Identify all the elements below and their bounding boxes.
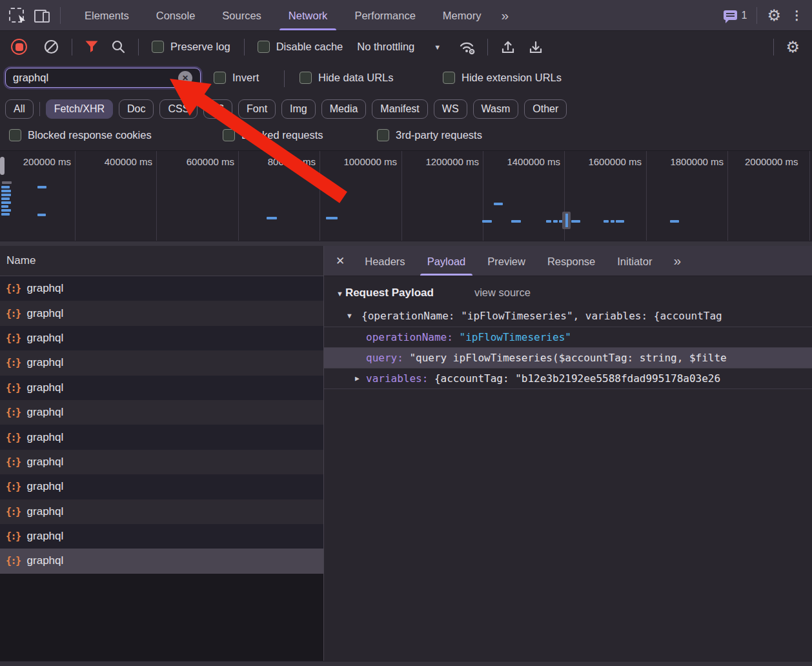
table-row[interactable]: {:}graphql [0,376,323,400]
chip-js[interactable]: JS [203,99,232,119]
chip-ws[interactable]: WS [434,99,467,119]
view-source-link[interactable]: view source [474,287,531,299]
search-icon[interactable] [111,39,126,54]
timeline-tick: 1200000 ms [401,156,479,167]
table-row-selected[interactable]: {:}graphql [0,549,323,573]
chip-all[interactable]: All [5,99,34,119]
inspect-element-icon[interactable] [9,8,24,23]
table-row[interactable]: {:}graphql [0,301,323,325]
divider [284,70,285,87]
request-timing-bar [1,186,10,188]
hide-data-urls-checkbox[interactable] [299,72,312,84]
table-row[interactable]: {:}graphql [0,425,323,449]
devtools-window: Elements Console Sources Network Perform… [0,0,812,666]
disable-cache-checkbox[interactable] [258,41,270,53]
table-row[interactable]: {:}graphql [0,276,323,301]
chip-font[interactable]: Font [238,99,276,119]
tab-elements[interactable]: Elements [71,0,143,30]
request-timing-bar [1,194,11,196]
panel-resize-handle[interactable] [323,246,324,661]
divider [773,39,774,56]
collapse-triangle-icon[interactable]: ▼ [336,290,343,298]
device-toolbar-icon[interactable] [34,9,50,22]
network-settings-gear-icon[interactable]: ⚙ [786,38,800,56]
chip-css[interactable]: CSS [159,99,198,119]
table-row[interactable]: {:}graphql [0,524,323,549]
blocked-requests-checkbox[interactable] [223,129,235,141]
timeline-tick: 2000000 ms [745,156,812,167]
chip-manifest[interactable]: Manifest [372,99,427,119]
request-timing-bar [553,220,558,223]
request-timing-bar [616,220,624,223]
hide-data-urls-label: Hide data URLs [318,72,393,84]
tab-memory[interactable]: Memory [429,0,495,30]
timeline-tick: 400000 ms [75,156,152,167]
fetch-xhr-icon: {:} [6,456,21,468]
collapse-triangle-icon[interactable]: ▼ [347,306,352,327]
tab-sources[interactable]: Sources [208,0,275,30]
tab-network[interactable]: Network [275,0,341,30]
clear-network-log-icon[interactable] [44,39,59,54]
request-timing-bar [1,190,11,192]
blocked-response-cookies-checkbox[interactable] [9,129,21,141]
network-overview-timeline[interactable]: 200000 ms 400000 ms 600000 ms 800000 ms … [0,150,812,247]
settings-gear-icon[interactable]: ⚙ [767,6,781,25]
chip-other[interactable]: Other [524,99,567,119]
payload-row-operationname[interactable]: operationName: "ipFlowTimeseries" [324,327,812,347]
hide-extension-urls-checkbox[interactable] [443,72,455,84]
network-conditions-icon[interactable] [458,39,477,55]
more-detail-tabs-icon[interactable]: » [667,253,686,268]
chip-img[interactable]: Img [281,99,316,119]
expand-triangle-icon[interactable]: ▶ [355,368,360,388]
disable-cache-label: Disable cache [276,41,343,53]
table-row[interactable]: {:}graphql [0,400,323,425]
export-har-icon[interactable] [528,39,543,55]
tab-headers[interactable]: Headers [354,246,416,276]
tab-initiator[interactable]: Initiator [606,246,663,276]
more-options-icon[interactable]: ⋮ [791,8,803,23]
more-tabs-icon[interactable]: » [494,8,514,23]
chip-wasm[interactable]: Wasm [473,99,519,119]
selected-request-marker [562,212,571,229]
request-timing-bar [1,201,11,204]
request-timing-bar [1,213,10,216]
payload-row-query[interactable]: query: "query ipFlowTimeseries($accountT… [324,347,812,368]
chip-fetch-xhr[interactable]: Fetch/XHR [46,99,113,119]
bottom-scrollbar-track[interactable] [0,661,812,666]
payload-row-variables[interactable]: ▶ variables: {accountTag: "b12e3b2192ee5… [324,368,812,389]
payload-summary-row[interactable]: ▼ {operationName: "ipFlowTimeseries", va… [324,306,812,327]
tab-payload[interactable]: Payload [416,246,477,276]
request-timing-bar [1,205,8,208]
tab-preview[interactable]: Preview [476,246,536,276]
fetch-xhr-icon: {:} [6,283,21,294]
chip-doc[interactable]: Doc [119,99,154,119]
issues-icon[interactable] [724,10,737,20]
tab-console[interactable]: Console [143,0,209,30]
clear-filter-icon[interactable]: ✕ [178,71,192,85]
third-party-requests-checkbox[interactable] [377,129,389,141]
name-column-header[interactable]: Name [0,246,323,276]
tab-response[interactable]: Response [536,246,606,276]
preserve-log-label: Preserve log [170,41,230,53]
divider [72,39,72,56]
table-row[interactable]: {:}graphql [0,450,323,474]
preserve-log-checkbox[interactable] [152,41,164,53]
throttling-select[interactable]: No throttling ▼ [357,41,441,53]
record-network-log-icon[interactable] [11,39,27,55]
table-row[interactable]: {:}graphql [0,474,323,499]
divider [244,39,245,56]
filter-input[interactable] [5,68,201,88]
filter-icon[interactable] [85,40,99,54]
table-row[interactable]: {:}graphql [0,326,323,350]
invert-checkbox[interactable] [214,72,226,84]
table-row[interactable]: {:}graphql [0,500,323,524]
request-timing-bar [494,203,503,205]
table-row[interactable]: {:}graphql [0,350,323,375]
import-har-icon[interactable] [500,39,516,55]
divider [138,39,139,56]
close-icon[interactable]: ✕ [324,254,354,268]
chip-media[interactable]: Media [321,99,367,119]
request-timing-bar [2,181,12,184]
tab-performance[interactable]: Performance [341,0,429,30]
request-table: Name {:}graphql {:}graphql {:}graphql {:… [0,246,323,661]
